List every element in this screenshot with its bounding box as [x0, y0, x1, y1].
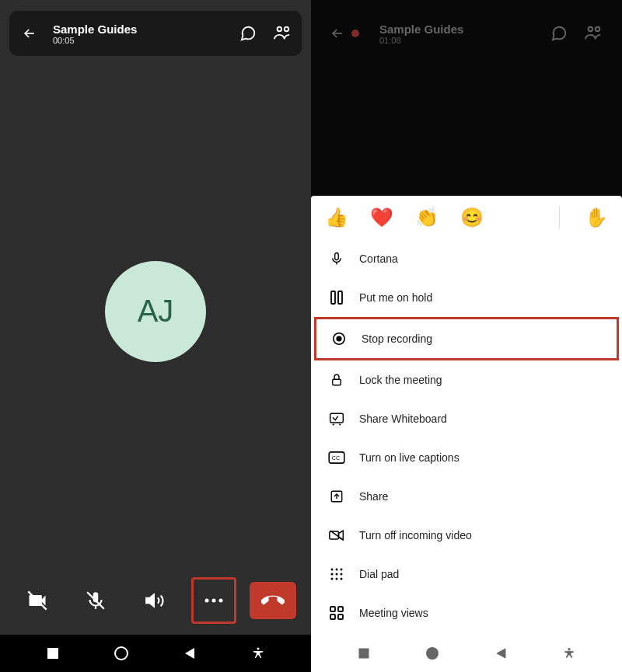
reaction-heart[interactable]: ❤️: [370, 207, 393, 228]
svg-point-14: [596, 27, 600, 32]
menu-item-meeting-views[interactable]: Meeting views: [311, 594, 622, 632]
svg-point-34: [341, 573, 343, 576]
svg-rect-9: [47, 648, 58, 659]
lock-icon: [328, 371, 345, 388]
svg-point-8: [218, 599, 222, 603]
svg-point-13: [589, 27, 593, 32]
mic-icon: [328, 250, 345, 267]
recent-apps-button[interactable]: [37, 638, 68, 669]
recording-indicator-icon: [351, 30, 359, 37]
menu-item-label: Share: [359, 490, 388, 503]
back-arrow-icon[interactable]: [19, 23, 40, 44]
svg-marker-5: [146, 594, 154, 606]
menu-item-stop-recording[interactable]: Stop recording: [314, 317, 619, 360]
pause-icon: [328, 289, 345, 306]
more-options-button[interactable]: [191, 577, 236, 624]
svg-point-30: [336, 569, 338, 571]
menu-item-lock-meeting[interactable]: Lock the meeting: [311, 360, 622, 399]
call-title-block: Sample Guides 01:08: [379, 23, 550, 45]
svg-text:CC: CC: [332, 455, 340, 461]
android-nav-bar: [311, 635, 622, 672]
back-arrow-icon[interactable]: [330, 26, 345, 41]
svg-point-45: [568, 648, 571, 650]
back-button[interactable]: [485, 638, 516, 669]
menu-item-label: Share Whiteboard: [359, 413, 447, 425]
menu-item-label: Put me on hold: [359, 291, 432, 304]
cc-icon: CC: [328, 449, 345, 466]
svg-rect-38: [330, 607, 335, 611]
people-icon[interactable]: [583, 25, 603, 42]
svg-point-32: [331, 573, 334, 576]
menu-item-share-whiteboard[interactable]: Share Whiteboard: [311, 399, 622, 438]
video-off-icon: [328, 527, 345, 544]
accessibility-button[interactable]: [243, 638, 274, 669]
hangup-button[interactable]: [250, 582, 296, 619]
svg-rect-39: [338, 607, 343, 611]
svg-point-36: [336, 578, 338, 580]
people-icon[interactable]: [272, 25, 292, 42]
svg-point-20: [336, 336, 341, 341]
reactions-row: 👍 ❤️ 👏 😊 ✋: [311, 196, 622, 239]
svg-point-31: [341, 569, 343, 571]
svg-rect-18: [338, 291, 342, 304]
call-menu-screen: Sample Guides 01:08 👍 ❤️ 👏 😊 ✋: [311, 0, 622, 672]
dim-area: [311, 56, 622, 196]
call-title: Sample Guides: [379, 23, 550, 36]
svg-point-33: [336, 573, 338, 576]
camera-off-button[interactable]: [15, 577, 60, 624]
speaker-button[interactable]: [132, 577, 177, 624]
call-toolbar: [0, 566, 311, 635]
reaction-clap[interactable]: 👏: [415, 207, 439, 228]
whiteboard-icon: [328, 410, 345, 427]
menu-item-label: Turn on live captions: [359, 451, 460, 464]
mic-off-button[interactable]: [73, 577, 118, 624]
menu-item-cortana[interactable]: Cortana: [311, 239, 622, 278]
svg-rect-42: [359, 649, 369, 658]
menu-item-turn-off-incoming-video[interactable]: Turn off incoming video: [311, 516, 622, 555]
reaction-smile[interactable]: 😊: [460, 207, 484, 228]
back-button[interactable]: [174, 638, 205, 669]
svg-point-43: [427, 648, 438, 659]
menu-item-dial-pad[interactable]: Dial pad: [311, 555, 622, 594]
menu-item-live-captions[interactable]: CC Turn on live captions: [311, 438, 622, 477]
grid-icon: [328, 604, 345, 622]
svg-point-29: [331, 569, 334, 571]
svg-rect-40: [330, 615, 335, 619]
menu-item-label: Cortana: [359, 252, 398, 265]
chat-icon[interactable]: [239, 25, 257, 42]
home-button[interactable]: [106, 638, 137, 669]
svg-rect-15: [335, 253, 339, 260]
call-title-block: Sample Guides 00:05: [53, 23, 239, 45]
actions-sheet: 👍 ❤️ 👏 😊 ✋ Cortana Put me on hold: [311, 196, 622, 635]
record-icon: [330, 330, 348, 347]
dialpad-icon: [328, 566, 345, 583]
menu-item-label: Dial pad: [359, 568, 399, 580]
menu-item-label: Meeting views: [359, 607, 428, 619]
svg-rect-17: [331, 291, 335, 304]
menu-item-hold[interactable]: Put me on hold: [311, 278, 622, 317]
svg-rect-21: [333, 379, 341, 385]
svg-point-6: [204, 599, 208, 603]
svg-point-12: [257, 648, 260, 650]
svg-point-0: [278, 27, 282, 32]
call-area: AJ: [0, 56, 311, 566]
svg-point-37: [341, 578, 343, 580]
reactions-divider: [559, 206, 560, 229]
menu-item-label: Turn off incoming video: [359, 529, 472, 541]
call-screen: Sample Guides 00:05 AJ: [0, 0, 311, 672]
recent-apps-button[interactable]: [348, 638, 379, 669]
call-title: Sample Guides: [53, 23, 239, 36]
accessibility-button[interactable]: [554, 638, 585, 669]
menu-item-share[interactable]: Share: [311, 477, 622, 516]
dim-call-header: Sample Guides 01:08: [320, 11, 613, 56]
chat-icon[interactable]: [550, 25, 568, 42]
reaction-like[interactable]: 👍: [325, 207, 348, 228]
reaction-raise-hand[interactable]: ✋: [585, 207, 608, 228]
svg-marker-44: [497, 649, 505, 658]
home-button[interactable]: [417, 638, 448, 669]
call-duration: 00:05: [53, 36, 239, 45]
svg-point-35: [331, 578, 334, 580]
call-duration: 01:08: [379, 36, 550, 45]
svg-point-1: [285, 27, 289, 32]
svg-marker-11: [185, 648, 194, 659]
